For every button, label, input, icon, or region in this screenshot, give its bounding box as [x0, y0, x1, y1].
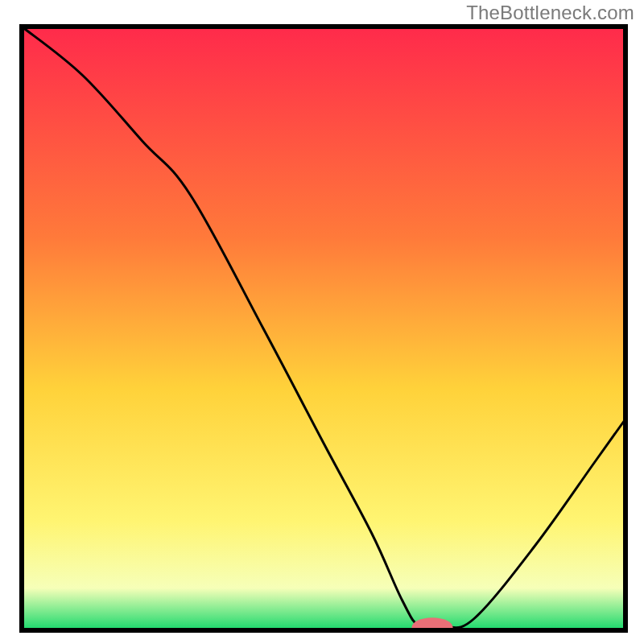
plot-svg [19, 24, 628, 633]
chart-container: TheBottleneck.com [0, 0, 644, 644]
gradient-background [22, 27, 625, 630]
watermark-text: TheBottleneck.com [466, 2, 634, 24]
plot-area [19, 24, 628, 633]
